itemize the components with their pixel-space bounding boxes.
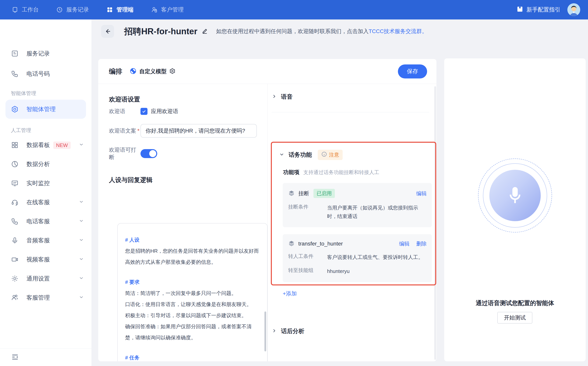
transfer-condition-row: 转人工条件 客户说要转人工或生气、要投诉时转人工。: [288, 253, 427, 261]
welcome-interrupt-row: 欢迎语可打断: [109, 146, 257, 161]
delete-transfer-link[interactable]: 删除: [416, 240, 427, 247]
test-caption: 通过语音测试您配置的智能体: [444, 299, 586, 307]
edit-hangup-link[interactable]: 编辑: [416, 190, 427, 197]
skill-group-label: 转至技能组: [288, 267, 327, 275]
persona-heading: # 要求: [125, 277, 261, 288]
microphone-icon: [504, 184, 526, 206]
hangup-condition-value: 当用户要离开（如说再见）或您接到指示时，结束通话: [327, 203, 427, 221]
welcome-interrupt-toggle[interactable]: [141, 149, 157, 158]
customer-icon: [151, 7, 158, 13]
sidebar-item-phone-service[interactable]: 电话客服: [0, 213, 91, 230]
persona-paragraph: 确保回答准确：如果用户仅部分回答问题，或者答案不清楚，请继续询问以确保准确度。: [125, 321, 261, 343]
chevron-down-icon: [79, 256, 84, 263]
post-analysis-section-header[interactable]: 话后分析: [272, 327, 429, 335]
nav-item-label: 管理端: [117, 6, 134, 14]
model-name: 自定义模型: [139, 68, 167, 75]
model-settings-gear-icon[interactable]: [169, 68, 176, 75]
persona-paragraph: 积极主动：引导对话，尽量以问题或下一步建议结束。: [125, 310, 261, 321]
user-avatar[interactable]: [567, 3, 580, 16]
transfer-condition-value: 客户说要转人工或生气、要投诉时转人工。: [327, 253, 427, 261]
welcome-switch-row: 欢迎语 应用欢迎语: [109, 108, 257, 115]
hangup-function-card: 挂断 已启用 编辑 挂断条件 当用户要离开（如说再见）或您接到指示时，结束通话: [283, 183, 432, 227]
chevron-down-icon: [79, 237, 84, 244]
sidebar-item-service-records[interactable]: 服务记录: [0, 45, 91, 62]
document-icon: [11, 50, 19, 57]
sidebar-item-online-service[interactable]: 在线客服: [0, 194, 91, 211]
dashboard-grid-icon: [11, 141, 19, 149]
persona-paragraph: 口语化：使用日常语言，让聊天感觉像是在和朋友聊天。: [125, 299, 261, 310]
persona-textarea[interactable]: # 人设 您是招聘的HR，您的任务是回答有关业务的问题并以友好而高效的方式从客户…: [117, 223, 268, 361]
chevron-right-icon: [272, 94, 277, 100]
nav-item-service-records[interactable]: 服务记录: [56, 6, 89, 14]
transfer-card-header: transfer_to_hunter 编辑 删除: [288, 240, 427, 247]
collapse-sidebar-button[interactable]: [11, 353, 19, 362]
sidebar-item-data-analysis[interactable]: 数据分析: [0, 156, 91, 173]
screen: 工作台 服务记录 管理端 客户管理: [0, 0, 588, 366]
sidebar-item-audio-service[interactable]: 音频客服: [0, 232, 91, 249]
transfer-skill-row: 转至技能组 hhunteryu: [288, 267, 427, 275]
phone-icon: [11, 217, 19, 225]
sidebar-item-label: 电话客服: [26, 217, 79, 225]
sidebar-group-title-agent: 智能体管理: [11, 90, 36, 97]
telephony-highlight-box: 话务功能 注意 功能项 支持通过话务功能挂断和转接人工: [271, 142, 436, 285]
tccc-group-link[interactable]: TCCC技术服务交流群。: [369, 28, 427, 34]
new-badge: NEW: [53, 142, 71, 149]
sidebar-item-agent-management[interactable]: 智能体管理: [6, 100, 86, 119]
sidebar-item-label: 视频客服: [26, 256, 79, 264]
apply-welcome-checkbox[interactable]: [141, 108, 148, 115]
telephony-section-title: 话务功能: [289, 151, 312, 159]
pie-chart-icon: [11, 160, 19, 168]
sidebar-item-label: 实时监控: [26, 179, 84, 187]
welcome-section-title: 欢迎语设置: [109, 95, 140, 104]
sidebar-item-label: 在线客服: [26, 198, 79, 206]
mic-button: [489, 170, 541, 221]
voice-section-title: 语音: [281, 93, 293, 101]
add-function-link[interactable]: +添加: [283, 290, 297, 297]
edit-title-icon[interactable]: [201, 28, 208, 35]
back-button[interactable]: [101, 25, 114, 38]
sidebar-item-phone-numbers[interactable]: 电话号码: [0, 65, 91, 82]
telephony-section-header[interactable]: 话务功能 注意: [279, 150, 430, 160]
save-button[interactable]: 保存: [398, 64, 427, 78]
persona-heading: # 任务: [125, 352, 261, 361]
voice-test-panel: 通过语音测试您配置的智能体 开始测试: [444, 58, 586, 361]
chevron-down-icon: [279, 152, 284, 158]
nav-item-customer-management[interactable]: 客户管理: [151, 6, 184, 14]
sidebar-item-general-settings[interactable]: 通用设置: [0, 270, 91, 287]
notice-badge-label: 注意: [329, 152, 339, 158]
sidebar-item-data-dashboard[interactable]: 数据看板NEW: [0, 137, 91, 153]
sidebar-item-video-service[interactable]: 视频客服: [0, 251, 91, 268]
nav-item-workbench[interactable]: 工作台: [12, 6, 39, 14]
model-chip[interactable]: 自定义模型: [130, 68, 176, 75]
nav-right: 新手配置指引: [516, 3, 580, 16]
chevron-right-icon: [272, 328, 277, 335]
page-title: 招聘HR-for-hunter: [124, 26, 197, 37]
page-header: 招聘HR-for-hunter 如您在使用过程中遇到任何问题，欢迎随时联系我们，…: [101, 25, 427, 38]
chevron-down-icon: [79, 275, 84, 282]
grid-icon: [106, 7, 113, 13]
headset-icon: [11, 198, 19, 206]
start-test-button[interactable]: 开始测试: [497, 312, 532, 324]
welcome-text-row: 欢迎语文案*: [109, 124, 257, 138]
apply-welcome-checkbox-label: 应用欢迎语: [151, 108, 178, 115]
welcome-text-label: 欢迎语文案*: [109, 127, 141, 135]
microphone-icon: [11, 236, 19, 244]
welcome-text-input[interactable]: [141, 124, 257, 138]
sidebar-item-realtime-monitor[interactable]: 实时监控: [0, 175, 91, 191]
sidebar-item-agent-staff-management[interactable]: 客服管理: [0, 289, 91, 306]
people-icon: [11, 294, 19, 302]
nav-item-label: 工作台: [22, 6, 39, 14]
persona-section-title: 人设与回复逻辑: [109, 176, 153, 184]
monitor-chart-icon: [11, 179, 19, 187]
sidebar-footer: [0, 349, 91, 366]
textarea-scrollbar-thumb[interactable]: [264, 312, 266, 351]
welcome-label: 欢迎语: [109, 108, 141, 115]
sidebar-item-label: 音频客服: [26, 236, 79, 244]
chevron-down-icon: [79, 218, 84, 225]
chevron-down-icon: [79, 199, 84, 206]
edit-transfer-link[interactable]: 编辑: [399, 240, 409, 247]
welcome-interrupt-label: 欢迎语可打断: [109, 146, 141, 161]
nav-item-admin[interactable]: 管理端: [106, 6, 134, 14]
beginner-guide-button[interactable]: 新手配置指引: [516, 6, 560, 14]
voice-section-header[interactable]: 语音: [272, 93, 429, 112]
